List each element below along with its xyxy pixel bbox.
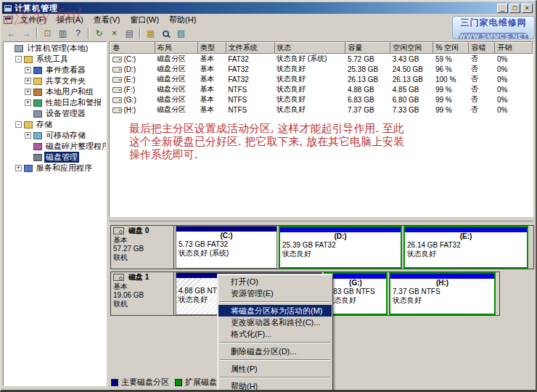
partition-g[interactable]: (G:)6.83 GB NTFS状态良好	[324, 272, 388, 315]
sidebar-item[interactable]: -系统工具	[4, 54, 106, 65]
minimize-button[interactable]: _	[497, 4, 508, 13]
refresh-icon[interactable]: ↻	[91, 27, 107, 40]
tree-expander[interactable]: +	[25, 89, 31, 95]
disk-info-cell[interactable]: 磁盘 1基本19.06 GB联机	[111, 272, 174, 315]
context-menu-item[interactable]: 将磁盘分区标为活动的(M)	[218, 305, 332, 317]
volume-column-header[interactable]: 容量	[345, 43, 390, 54]
menubar-item[interactable]: 操作(A)	[52, 14, 89, 26]
properties-icon[interactable]: ▤	[122, 27, 137, 40]
sidebar-item[interactable]: +性能日志和警报	[4, 97, 106, 108]
sidebar-item[interactable]: +服务和应用程序	[4, 163, 106, 173]
window-title: 计算机管理	[15, 3, 497, 14]
context-menu-item[interactable]: 删除磁盘分区(D)...	[218, 346, 332, 357]
volume-column-header[interactable]: % 空闲	[433, 43, 469, 54]
sidebar-item[interactable]: 设备管理器	[4, 108, 106, 119]
toolbar-separator	[88, 28, 89, 39]
volume-column-header[interactable]: 类型	[198, 43, 226, 54]
volume-column-header[interactable]: 布局	[155, 43, 197, 54]
volume-row[interactable]: (E:)磁盘分区基本FAT32状态良好26.13 GB26.13 GB100 %…	[110, 74, 533, 84]
partition-context-menu: 打开(O)资源管理(E)将磁盘分区标为活动的(M)更改驱动器名和路径(C)...…	[217, 274, 333, 392]
context-menu-item[interactable]: 资源管理(E)	[218, 287, 332, 299]
partition-c[interactable]: (C:)5.73 GB FAT32状态良好 (系统)	[176, 226, 277, 269]
volume-cell: 26.13 GB	[390, 74, 433, 84]
volume-column-header[interactable]: 容错	[469, 43, 495, 54]
services-icon	[24, 165, 33, 172]
console-window-icon	[4, 16, 12, 24]
volume-column-header[interactable]: 空闲空间	[390, 43, 433, 54]
toolbar-separator	[36, 28, 38, 39]
context-menu-item[interactable]: 打开(O)	[218, 276, 332, 287]
tree-expander[interactable]: +	[25, 78, 31, 84]
title-bar[interactable]: 计算机管理 _ □ ×	[2, 2, 534, 14]
sidebar-item[interactable]: +共享文件夹	[4, 75, 106, 86]
tree-expander[interactable]: +	[15, 165, 22, 171]
manage-disk-icon[interactable]: ▧	[173, 27, 189, 40]
menubar-item[interactable]: 查看(V)	[89, 14, 126, 26]
menubar-item[interactable]: 帮助(H)	[164, 14, 201, 26]
volume-drive-icon	[112, 87, 122, 93]
tree-expander[interactable]: -	[15, 56, 22, 62]
partition-d[interactable]: (D:)25.39 GB FAT32状态良好	[279, 226, 402, 269]
sidebar-item[interactable]: +本地用户和组	[4, 86, 106, 97]
partition-type-strip	[325, 274, 386, 279]
storage-icon	[24, 121, 33, 128]
disk-info-line: 19.06 GB	[113, 291, 171, 300]
partition-h[interactable]: (H:)7.37 GB NTFS状态良好	[389, 272, 496, 315]
sidebar-item-label: 本地用户和组	[44, 86, 95, 97]
sidebar-item[interactable]: 计算机管理(本地)	[4, 43, 106, 54]
forward-icon[interactable]: →	[19, 27, 34, 40]
partition-e[interactable]: (E:)26.14 GB FAT32状态良好	[403, 226, 528, 269]
menubar-item[interactable]: 文件(F)	[15, 14, 52, 26]
sidebar-item[interactable]: -存储	[4, 119, 106, 130]
context-menu-item[interactable]: 格式化(F)...	[218, 328, 332, 340]
volume-cell: 否	[469, 74, 495, 84]
volume-column-header[interactable]: 卷	[110, 43, 155, 54]
tree-expander[interactable]: +	[25, 132, 31, 139]
show-console-tree-icon[interactable]: ▥	[55, 27, 70, 40]
tree-expander[interactable]: -	[15, 121, 22, 128]
sidebar-item[interactable]: 磁盘碎片整理程序	[4, 141, 106, 152]
context-menu-separator	[220, 359, 330, 361]
volume-column-header[interactable]: 开销	[495, 43, 533, 54]
find-icon[interactable]	[158, 27, 173, 40]
sidebar-item-label: 性能日志和警报	[44, 97, 103, 108]
back-icon[interactable]: ←	[4, 27, 19, 40]
volume-cell: 25.38 GB	[345, 64, 390, 74]
annotation-line: 最后把主分区设置成活动分区, 这样才能起引导作用. 至此	[129, 122, 404, 135]
maximize-button[interactable]: □	[509, 4, 520, 13]
help-icon[interactable]: ?	[70, 27, 86, 40]
volume-cell: 基本	[198, 64, 226, 74]
volume-cell: 磁盘分区	[155, 74, 197, 84]
close-button[interactable]: ×	[522, 4, 533, 13]
volume-cell: 5.72 GB	[345, 54, 390, 65]
volume-cell: (C:)	[110, 54, 155, 65]
volume-column-header[interactable]: 文件系统	[226, 43, 274, 54]
volume-row[interactable]: (D:)磁盘分区基本FAT32状态良好25.38 GB24.50 GB96 %否…	[110, 64, 533, 74]
menubar-item[interactable]: 窗口(W)	[125, 14, 164, 26]
volume-row[interactable]: (H:)磁盘分区基本NTFS状态良好7.37 GB7.33 GB99 %否0%	[110, 105, 533, 115]
volume-cell: 3.43 GB	[390, 54, 433, 65]
volume-column-header[interactable]: 状态	[274, 43, 345, 54]
volume-cell: FAT32	[226, 64, 274, 74]
sidebar-item[interactable]: +可移动存储	[4, 130, 106, 141]
tree-expander[interactable]: +	[25, 99, 31, 106]
tree-expander[interactable]: +	[25, 67, 31, 73]
context-menu-item[interactable]: 帮助(H)	[218, 380, 332, 392]
up-icon[interactable]: ⊡	[40, 27, 55, 40]
system-tools-icon	[24, 56, 33, 63]
partition-status: 状态良好	[325, 296, 386, 305]
volume-row[interactable]: (C:)磁盘分区基本FAT32状态良好 (系统)5.72 GB3.43 GB59…	[110, 54, 533, 65]
context-menu-item[interactable]: 属性(P)	[218, 363, 332, 375]
context-menu-item[interactable]: 更改驱动器名和路径(C)...	[218, 317, 332, 328]
vertical-splitter[interactable]	[107, 41, 109, 386]
legend-swatch	[111, 379, 118, 386]
delete-icon[interactable]: ×	[107, 27, 122, 40]
annotation-text: 最后把主分区设置成活动分区, 这样才能起引导作用. 至此这个全新硬盘已分好区. …	[129, 122, 404, 161]
disk-info-cell[interactable]: 磁盘 0基本57.27 GB联机	[111, 226, 174, 269]
volume-row[interactable]: (G:)磁盘分区基本NTFS状态良好6.83 GB6.80 GB99 %否0%	[110, 94, 533, 105]
partition-size: 26.14 GB FAT32	[405, 241, 527, 250]
volume-row[interactable]: (F:)磁盘分区基本NTFS状态良好4.88 GB4.85 GB99 %否0%	[110, 84, 533, 94]
sidebar-item[interactable]: 磁盘管理	[4, 152, 106, 163]
sidebar-item[interactable]: +事件查看器	[4, 65, 106, 75]
open-folder-icon[interactable]: ▦	[143, 27, 158, 40]
